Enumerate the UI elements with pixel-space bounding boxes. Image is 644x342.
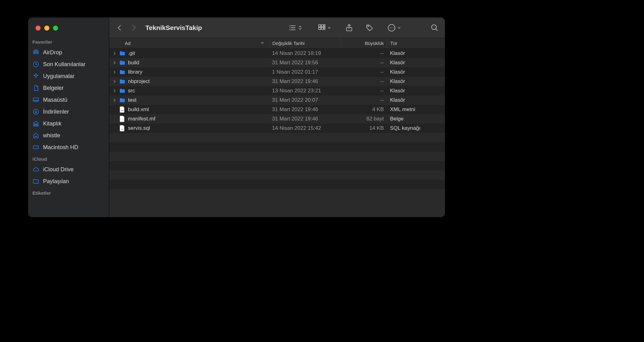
main-pane: TeknikServisTakip xyxy=(109,17,445,217)
file-date: 31 Mart 2022 20:07 xyxy=(269,95,341,105)
file-name: build xyxy=(128,60,139,66)
file-list: .git14 Nisan 2022 18:19--Klasörbuild31 M… xyxy=(109,49,445,217)
file-date: 31 Mart 2022 19:56 xyxy=(269,58,341,67)
column-header-name[interactable]: Ad xyxy=(109,38,269,48)
sidebar-item-belgeler[interactable]: Belgeler xyxy=(28,82,109,94)
search-button[interactable] xyxy=(431,24,439,32)
fullscreen-button[interactable] xyxy=(53,26,58,31)
svg-line-33 xyxy=(436,29,437,30)
sidebar-item-label: Kitaplık xyxy=(43,120,61,127)
sidebar-item-i̇ndirilenler[interactable]: İndirilenler xyxy=(28,106,109,118)
file-size: -- xyxy=(341,77,387,86)
file-date: 31 Mart 2022 19:46 xyxy=(269,114,341,124)
window-title: TeknikServisTakip xyxy=(145,24,202,32)
folder-icon xyxy=(119,88,125,94)
file-name: nbproject xyxy=(128,78,150,85)
column-header-size[interactable]: Büyüklük xyxy=(341,38,387,48)
sidebar-item-label: Son Kullanılanlar xyxy=(43,61,85,68)
file-size: 4 KB xyxy=(341,105,387,114)
sidebar-item-label: Uygulamalar xyxy=(43,73,75,80)
file-name: library xyxy=(128,69,142,75)
file-date: 1 Nisan 2022 01:17 xyxy=(269,67,341,77)
disclosure-triangle[interactable] xyxy=(112,70,117,74)
chevron-down-icon xyxy=(327,26,331,30)
file-row[interactable]: .git14 Nisan 2022 18:19--Klasör xyxy=(109,49,445,58)
file-row[interactable]: library1 Nisan 2022 01:17--Klasör xyxy=(109,67,445,77)
sidebar-item-son-kullanılanlar[interactable]: Son Kullanılanlar xyxy=(28,58,109,70)
file-type: XML metni xyxy=(387,105,445,114)
file-row[interactable]: test31 Mart 2022 20:07--Klasör xyxy=(109,95,445,105)
file-size: 82 bayt xyxy=(341,114,387,124)
folder-icon xyxy=(119,50,125,56)
sidebar-item-whistle[interactable]: whistle xyxy=(28,129,109,141)
sidebar-item-label: Paylaşılan xyxy=(43,178,69,185)
disclosure-triangle[interactable] xyxy=(112,51,117,56)
folder-icon xyxy=(119,60,125,66)
sidebar-section-label: Etiketler xyxy=(28,187,109,198)
file-size: -- xyxy=(341,49,387,58)
svg-rect-25 xyxy=(324,27,325,29)
file-date: 31 Mart 2022 19:46 xyxy=(269,77,341,86)
svg-text:sql: sql xyxy=(121,128,124,130)
column-header-date[interactable]: Değişiklik Tarihi xyxy=(269,38,341,48)
sidebar: FavorilerAirDropSon KullanılanlarUygulam… xyxy=(28,17,109,217)
sidebar-item-label: iCloud Drive xyxy=(43,166,74,173)
file-row[interactable]: nbproject31 Mart 2022 19:46--Klasör xyxy=(109,77,445,86)
sidebar-item-label: İndirilenler xyxy=(43,109,69,115)
file-row[interactable]: manifest.mf31 Mart 2022 19:4682 baytBelg… xyxy=(109,114,445,124)
sidebar-item-icloud-drive[interactable]: iCloud Drive xyxy=(28,164,109,175)
sidebar-item-airdrop[interactable]: AirDrop xyxy=(28,46,109,58)
file-type: Klasör xyxy=(387,67,445,77)
svg-rect-21 xyxy=(321,25,324,27)
file-type: Klasör xyxy=(387,95,445,105)
disclosure-triangle[interactable] xyxy=(112,79,117,84)
airdrop-icon xyxy=(32,49,39,56)
column-header-type[interactable]: Tür xyxy=(387,38,445,48)
sidebar-item-macintosh-hd[interactable]: Macintosh HD xyxy=(28,141,109,153)
column-header-label: Büyüklük xyxy=(365,41,384,46)
file-size: -- xyxy=(341,95,387,105)
forward-button[interactable] xyxy=(130,24,138,32)
disclosure-triangle[interactable] xyxy=(112,61,117,65)
svg-rect-23 xyxy=(319,27,321,29)
file-name: .git xyxy=(128,50,135,56)
tags-button[interactable] xyxy=(366,24,374,32)
column-headers: Ad Değişiklik Tarihi Büyüklük Tür xyxy=(109,38,445,49)
sidebar-item-kitaplık[interactable]: Kitaplık xyxy=(28,118,109,129)
file-type: Belge xyxy=(387,114,445,124)
sidebar-section-label: iCloud xyxy=(28,153,109,164)
share-button[interactable] xyxy=(345,24,353,32)
cloud-icon xyxy=(32,166,39,173)
sidebar-item-uygulamalar[interactable]: Uygulamalar xyxy=(28,70,109,82)
sidebar-item-label: Macintosh HD xyxy=(43,144,78,151)
disclosure-triangle[interactable] xyxy=(112,89,117,93)
action-button[interactable] xyxy=(388,24,401,32)
apps-icon xyxy=(32,73,39,80)
group-by-button[interactable] xyxy=(318,24,331,32)
back-button[interactable] xyxy=(115,24,124,32)
traffic-lights xyxy=(28,26,109,36)
close-button[interactable] xyxy=(36,26,41,31)
download-icon xyxy=(32,108,39,115)
disk-icon xyxy=(32,144,39,151)
svg-text:XML: XML xyxy=(121,110,124,111)
file-row[interactable]: src13 Nisan 2022 23:21--Klasör xyxy=(109,86,445,95)
svg-point-29 xyxy=(390,27,390,28)
file-type: SQL kaynağı xyxy=(387,124,445,133)
view-mode-button[interactable] xyxy=(288,24,303,32)
file-row-empty xyxy=(109,142,445,152)
file-row-empty xyxy=(109,161,445,170)
disclosure-triangle[interactable] xyxy=(112,98,117,102)
minimize-button[interactable] xyxy=(44,26,49,31)
sidebar-item-paylaşılan[interactable]: Paylaşılan xyxy=(28,175,109,187)
file-row[interactable]: XMLbuild.xml31 Mart 2022 19:464 KBXML me… xyxy=(109,105,445,114)
svg-rect-22 xyxy=(324,25,325,27)
file-row[interactable]: build31 Mart 2022 19:56--Klasör xyxy=(109,58,445,67)
sidebar-item-label: whistle xyxy=(43,132,60,139)
sidebar-item-masaüstü[interactable]: Masaüstü xyxy=(28,94,109,106)
column-header-label: Ad xyxy=(125,41,130,46)
svg-point-0 xyxy=(35,51,37,53)
file-row[interactable]: sqlservis.sql14 Nisan 2022 15:4214 KBSQL… xyxy=(109,124,445,133)
finder-window: FavorilerAirDropSon KullanılanlarUygulam… xyxy=(28,17,445,217)
shared-folder-icon xyxy=(32,178,39,185)
